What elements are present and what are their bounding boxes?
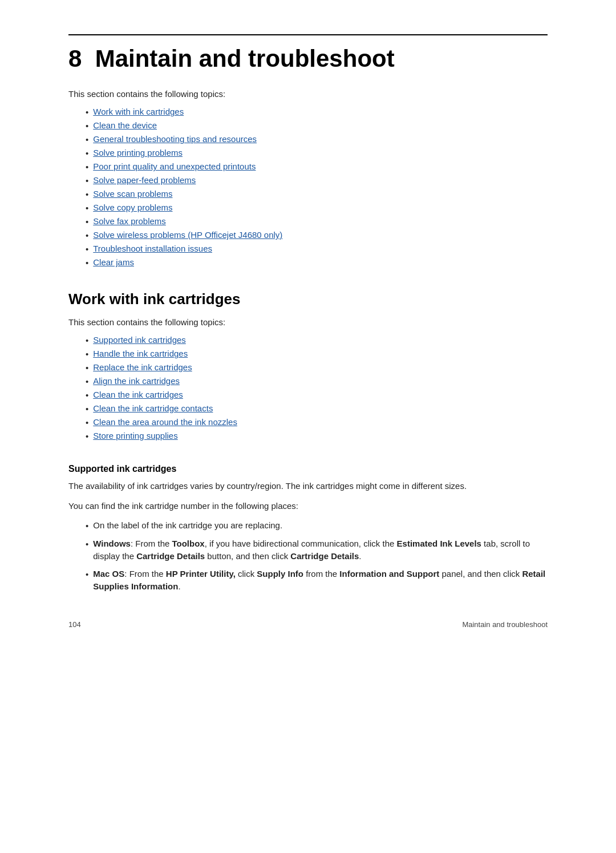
toc-link[interactable]: Solve wireless problems (HP Officejet J4…	[93, 230, 282, 240]
list-item: On the label of the ink cartridge you ar…	[86, 519, 548, 533]
top-rule	[68, 34, 548, 35]
list-item: Troubleshoot installation issues	[86, 244, 548, 254]
toc-link[interactable]: Poor print quality and unexpected printo…	[93, 161, 256, 171]
chapter-title-text: Maintain and troubleshoot	[95, 45, 395, 72]
toc-link[interactable]: Clean the device	[93, 120, 157, 130]
list-item: Work with ink cartridges	[86, 107, 548, 117]
subsection1-heading: Supported ink cartridges	[68, 464, 548, 474]
list-item: Supported ink cartridges	[86, 335, 548, 345]
toc-link[interactable]: General troubleshooting tips and resourc…	[93, 134, 257, 144]
list-item: General troubleshooting tips and resourc…	[86, 134, 548, 144]
toc-link[interactable]: Solve fax problems	[93, 216, 166, 226]
list-item: Replace the ink cartridges	[86, 362, 548, 373]
list-item: Solve wireless problems (HP Officejet J4…	[86, 230, 548, 240]
footer-page-number: 104	[68, 620, 81, 629]
section1-intro-text: This section contains the following topi…	[68, 317, 548, 327]
list-item: Align the ink cartridges	[86, 376, 548, 386]
list-item: Clean the ink cartridge contacts	[86, 403, 548, 414]
footer: 104 Maintain and troubleshoot	[68, 620, 548, 629]
list-item: Poor print quality and unexpected printo…	[86, 161, 548, 172]
toc-link[interactable]: Troubleshoot installation issues	[93, 244, 212, 253]
list-item: Solve scan problems	[86, 189, 548, 199]
list-item: Clean the ink cartridges	[86, 390, 548, 400]
list-item: Windows: From the Toolbox, if you have b…	[86, 537, 548, 563]
list-item: Store printing supplies	[86, 431, 548, 441]
footer-section-label: Maintain and troubleshoot	[462, 620, 548, 629]
toc-link[interactable]: Supported ink cartridges	[93, 335, 186, 345]
toc-link[interactable]: Solve paper-feed problems	[93, 175, 196, 185]
list-item: Solve printing problems	[86, 148, 548, 158]
list-item: Solve paper-feed problems	[86, 175, 548, 185]
toc-link[interactable]: Work with ink cartridges	[93, 107, 184, 116]
main-intro-text: This section contains the following topi…	[68, 89, 548, 99]
toc-link[interactable]: Clean the area around the ink nozzles	[93, 417, 237, 427]
list-item: Solve copy problems	[86, 203, 548, 213]
toc-link[interactable]: Clean the ink cartridges	[93, 390, 183, 399]
page-container: 8 Maintain and troubleshoot This section…	[0, 0, 616, 646]
list-item: Handle the ink cartridges	[86, 349, 548, 359]
toc-link[interactable]: Clear jams	[93, 257, 134, 267]
list-item: Mac OS: From the HP Printer Utility, cli…	[86, 568, 548, 593]
toc-link[interactable]: Solve copy problems	[93, 203, 172, 212]
section1-toc-list: Supported ink cartridges Handle the ink …	[86, 335, 548, 441]
toc-link[interactable]: Store printing supplies	[93, 431, 177, 440]
section1-heading: Work with ink cartridges	[68, 290, 548, 308]
subsection1-para2: You can find the ink cartridge number in…	[68, 500, 548, 513]
toc-link[interactable]: Replace the ink cartridges	[93, 362, 192, 372]
list-item: Clean the area around the ink nozzles	[86, 417, 548, 427]
subsection1-para1: The availability of ink cartridges varie…	[68, 480, 548, 493]
subsection1-bullets: On the label of the ink cartridge you ar…	[86, 519, 548, 593]
chapter-number: 8	[68, 45, 82, 72]
bullet-text: Mac OS: From the HP Printer Utility, cli…	[93, 568, 548, 593]
toc-link[interactable]: Clean the ink cartridge contacts	[93, 403, 213, 413]
toc-link[interactable]: Solve scan problems	[93, 189, 172, 199]
chapter-title: 8 Maintain and troubleshoot	[68, 46, 548, 72]
list-item: Clean the device	[86, 120, 548, 131]
toc-link[interactable]: Align the ink cartridges	[93, 376, 180, 386]
main-toc-list: Work with ink cartridges Clean the devic…	[86, 107, 548, 268]
list-item: Clear jams	[86, 257, 548, 268]
toc-link[interactable]: Solve printing problems	[93, 148, 183, 157]
bullet-text: On the label of the ink cartridge you ar…	[93, 519, 282, 532]
list-item: Solve fax problems	[86, 216, 548, 227]
toc-link[interactable]: Handle the ink cartridges	[93, 349, 188, 358]
bullet-text: Windows: From the Toolbox, if you have b…	[93, 537, 548, 563]
